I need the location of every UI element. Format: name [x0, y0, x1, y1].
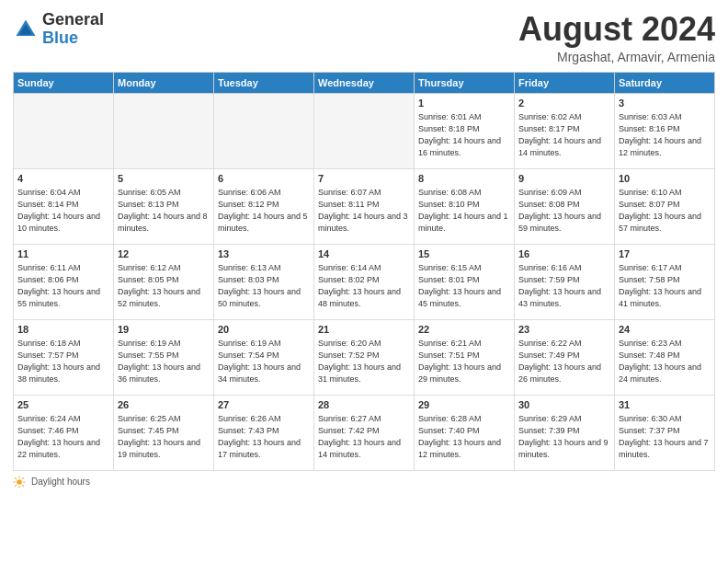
calendar-day-cell: 9Sunrise: 6:09 AM Sunset: 8:08 PM Daylig…: [515, 168, 615, 244]
calendar-day-cell: 15Sunrise: 6:15 AM Sunset: 8:01 PM Dayli…: [415, 244, 515, 319]
day-detail: Sunrise: 6:09 AM Sunset: 8:08 PM Dayligh…: [518, 187, 610, 235]
calendar-day-cell: 8Sunrise: 6:08 AM Sunset: 8:10 PM Daylig…: [415, 168, 515, 244]
page: General Blue August 2024 Mrgashat, Armav…: [0, 0, 728, 563]
day-number: 4: [17, 172, 109, 186]
calendar-day-cell: 28Sunrise: 6:27 AM Sunset: 7:42 PM Dayli…: [314, 395, 415, 470]
day-number: 12: [118, 247, 210, 261]
day-detail: Sunrise: 6:25 AM Sunset: 7:45 PM Dayligh…: [118, 413, 210, 461]
day-number: 18: [17, 323, 109, 337]
calendar-day-cell: [214, 93, 314, 168]
calendar-day-cell: 22Sunrise: 6:21 AM Sunset: 7:51 PM Dayli…: [415, 319, 515, 395]
day-detail: Sunrise: 6:24 AM Sunset: 7:46 PM Dayligh…: [17, 413, 109, 461]
calendar-header-cell: Sunday: [14, 72, 114, 93]
day-number: 8: [418, 172, 510, 186]
calendar-header-cell: Monday: [114, 72, 214, 93]
calendar-week-row: 4Sunrise: 6:04 AM Sunset: 8:14 PM Daylig…: [14, 168, 715, 244]
day-number: 26: [118, 398, 210, 412]
day-detail: Sunrise: 6:04 AM Sunset: 8:14 PM Dayligh…: [17, 187, 109, 235]
svg-point-2: [17, 479, 22, 485]
calendar-day-cell: 12Sunrise: 6:12 AM Sunset: 8:05 PM Dayli…: [114, 244, 214, 319]
calendar-day-cell: 4Sunrise: 6:04 AM Sunset: 8:14 PM Daylig…: [14, 168, 114, 244]
day-detail: Sunrise: 6:12 AM Sunset: 8:05 PM Dayligh…: [118, 262, 210, 310]
calendar-day-cell: 10Sunrise: 6:10 AM Sunset: 8:07 PM Dayli…: [615, 168, 715, 244]
day-detail: Sunrise: 6:28 AM Sunset: 7:40 PM Dayligh…: [418, 413, 510, 461]
calendar-day-cell: 20Sunrise: 6:19 AM Sunset: 7:54 PM Dayli…: [214, 319, 314, 395]
calendar-header-cell: Wednesday: [314, 72, 415, 93]
day-number: 19: [118, 323, 210, 337]
calendar-day-cell: 11Sunrise: 6:11 AM Sunset: 8:06 PM Dayli…: [14, 244, 114, 319]
day-number: 20: [218, 323, 310, 337]
calendar-day-cell: 13Sunrise: 6:13 AM Sunset: 8:03 PM Dayli…: [214, 244, 314, 319]
calendar-day-cell: 26Sunrise: 6:25 AM Sunset: 7:45 PM Dayli…: [114, 395, 214, 470]
day-detail: Sunrise: 6:19 AM Sunset: 7:55 PM Dayligh…: [118, 338, 210, 385]
day-number: 13: [218, 247, 310, 261]
day-number: 31: [619, 398, 711, 412]
day-detail: Sunrise: 6:20 AM Sunset: 7:52 PM Dayligh…: [318, 338, 410, 385]
calendar-day-cell: 21Sunrise: 6:20 AM Sunset: 7:52 PM Dayli…: [314, 319, 415, 395]
day-detail: Sunrise: 6:22 AM Sunset: 7:49 PM Dayligh…: [518, 338, 610, 385]
calendar-header-cell: Friday: [515, 72, 615, 93]
day-number: 7: [318, 172, 410, 186]
day-detail: Sunrise: 6:03 AM Sunset: 8:16 PM Dayligh…: [619, 111, 711, 159]
svg-line-8: [22, 485, 24, 487]
calendar-day-cell: 3Sunrise: 6:03 AM Sunset: 8:16 PM Daylig…: [615, 93, 715, 168]
footer: Daylight hours: [13, 476, 715, 488]
day-number: 10: [619, 172, 711, 186]
calendar-day-cell: 19Sunrise: 6:19 AM Sunset: 7:55 PM Dayli…: [114, 319, 214, 395]
day-number: 24: [619, 323, 711, 337]
calendar-day-cell: 29Sunrise: 6:28 AM Sunset: 7:40 PM Dayli…: [415, 395, 515, 470]
calendar-day-cell: [114, 93, 214, 168]
svg-line-9: [22, 477, 24, 479]
calendar-day-cell: 31Sunrise: 6:30 AM Sunset: 7:37 PM Dayli…: [615, 395, 715, 470]
calendar-day-cell: 30Sunrise: 6:29 AM Sunset: 7:39 PM Dayli…: [515, 395, 615, 470]
day-detail: Sunrise: 6:10 AM Sunset: 8:07 PM Dayligh…: [619, 187, 711, 235]
footer-note: Daylight hours: [13, 476, 715, 488]
day-detail: Sunrise: 6:29 AM Sunset: 7:39 PM Dayligh…: [518, 413, 610, 461]
day-number: 1: [418, 97, 510, 110]
day-detail: Sunrise: 6:16 AM Sunset: 7:59 PM Dayligh…: [518, 262, 610, 310]
day-number: 22: [418, 323, 510, 337]
calendar-week-row: 11Sunrise: 6:11 AM Sunset: 8:06 PM Dayli…: [14, 244, 715, 319]
calendar-week-row: 18Sunrise: 6:18 AM Sunset: 7:57 PM Dayli…: [14, 319, 715, 395]
calendar-body: 1Sunrise: 6:01 AM Sunset: 8:18 PM Daylig…: [14, 93, 715, 470]
day-detail: Sunrise: 6:13 AM Sunset: 8:03 PM Dayligh…: [218, 262, 310, 310]
day-number: 3: [619, 97, 711, 110]
calendar-day-cell: 5Sunrise: 6:05 AM Sunset: 8:13 PM Daylig…: [114, 168, 214, 244]
day-number: 25: [17, 398, 109, 412]
day-number: 11: [17, 247, 109, 261]
day-detail: Sunrise: 6:15 AM Sunset: 8:01 PM Dayligh…: [418, 262, 510, 310]
calendar-day-cell: 7Sunrise: 6:07 AM Sunset: 8:11 PM Daylig…: [314, 168, 415, 244]
day-detail: Sunrise: 6:23 AM Sunset: 7:48 PM Dayligh…: [619, 338, 711, 385]
calendar-day-cell: 14Sunrise: 6:14 AM Sunset: 8:02 PM Dayli…: [314, 244, 415, 319]
day-detail: Sunrise: 6:05 AM Sunset: 8:13 PM Dayligh…: [118, 187, 210, 235]
day-detail: Sunrise: 6:21 AM Sunset: 7:51 PM Dayligh…: [418, 338, 510, 385]
calendar-day-cell: 1Sunrise: 6:01 AM Sunset: 8:18 PM Daylig…: [415, 93, 515, 168]
calendar-day-cell: [314, 93, 415, 168]
day-detail: Sunrise: 6:18 AM Sunset: 7:57 PM Dayligh…: [17, 338, 109, 385]
day-number: 27: [218, 398, 310, 412]
svg-line-7: [15, 477, 17, 479]
day-detail: Sunrise: 6:11 AM Sunset: 8:06 PM Dayligh…: [17, 262, 109, 310]
day-detail: Sunrise: 6:07 AM Sunset: 8:11 PM Dayligh…: [318, 187, 410, 235]
day-number: 6: [218, 172, 310, 186]
day-detail: Sunrise: 6:06 AM Sunset: 8:12 PM Dayligh…: [218, 187, 310, 235]
day-number: 17: [619, 247, 711, 261]
day-detail: Sunrise: 6:26 AM Sunset: 7:43 PM Dayligh…: [218, 413, 310, 461]
calendar-week-row: 1Sunrise: 6:01 AM Sunset: 8:18 PM Daylig…: [14, 93, 715, 168]
day-number: 23: [518, 323, 610, 337]
day-detail: Sunrise: 6:14 AM Sunset: 8:02 PM Dayligh…: [318, 262, 410, 310]
day-number: 9: [518, 172, 610, 186]
day-detail: Sunrise: 6:01 AM Sunset: 8:18 PM Dayligh…: [418, 111, 510, 159]
calendar-day-cell: 23Sunrise: 6:22 AM Sunset: 7:49 PM Dayli…: [515, 319, 615, 395]
header-row: SundayMondayTuesdayWednesdayThursdayFrid…: [14, 72, 715, 93]
day-number: 16: [518, 247, 610, 261]
calendar-day-cell: 25Sunrise: 6:24 AM Sunset: 7:46 PM Dayli…: [14, 395, 114, 470]
day-number: 28: [318, 398, 410, 412]
day-detail: Sunrise: 6:02 AM Sunset: 8:17 PM Dayligh…: [518, 111, 610, 159]
svg-line-10: [15, 485, 17, 487]
logo: General Blue: [13, 11, 104, 48]
calendar-header-cell: Tuesday: [214, 72, 314, 93]
day-number: 21: [318, 323, 410, 337]
header: General Blue August 2024 Mrgashat, Armav…: [13, 11, 715, 64]
day-number: 14: [318, 247, 410, 261]
